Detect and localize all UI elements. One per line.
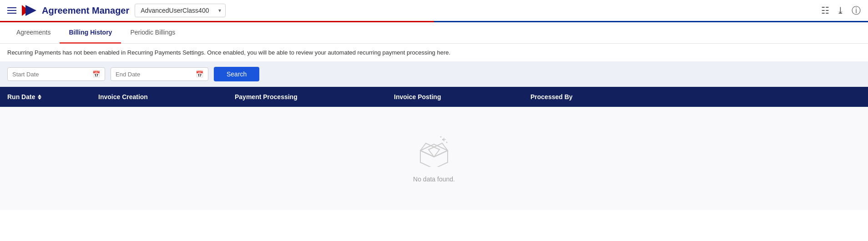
download-icon[interactable]: ⤓ (837, 5, 844, 16)
start-date-calendar-icon: 📅 (92, 70, 100, 78)
th-payment-processing: Payment Processing (227, 87, 387, 107)
header-right: ☷ ⤓ ⓘ (821, 5, 861, 17)
tab-navigation: Agreements Billing History Periodic Bill… (0, 22, 868, 44)
search-button[interactable]: Search (214, 67, 259, 81)
app-header: Agreement Manager AdvancedUserClass400 ▾… (0, 0, 868, 22)
app-logo (22, 5, 36, 16)
empty-state: No data found. (0, 107, 868, 210)
tab-periodic-billings[interactable]: Periodic Billings (121, 22, 184, 44)
table-header-row: Run Date Invoice Creation Payment Proces… (0, 87, 868, 107)
end-date-wrapper: 📅 (111, 67, 208, 81)
svg-point-3 (446, 142, 448, 143)
start-date-wrapper: 📅 (7, 67, 105, 81)
tab-agreements[interactable]: Agreements (7, 22, 60, 44)
recurring-payments-notice: Recurring Payments has not been enabled … (0, 44, 868, 61)
empty-box-icon (416, 134, 452, 168)
app-title: Agreement Manager (42, 5, 129, 16)
run-date-sort-icon (38, 95, 41, 100)
end-date-calendar-icon: 📅 (196, 70, 203, 78)
empty-state-text: No data found. (413, 176, 455, 183)
th-run-date[interactable]: Run Date (0, 87, 91, 107)
filter-bar: 📅 📅 Search (0, 61, 868, 87)
svg-point-4 (440, 136, 442, 138)
tenant-select[interactable]: AdvancedUserClass400 (135, 4, 226, 17)
hamburger-menu[interactable] (7, 7, 16, 14)
billing-history-table: Run Date Invoice Creation Payment Proces… (0, 87, 868, 210)
th-processed-by: Processed By (523, 87, 868, 107)
svg-marker-1 (25, 5, 36, 16)
user-icon[interactable]: ☷ (821, 5, 829, 16)
start-date-input[interactable] (12, 71, 89, 78)
end-date-input[interactable] (116, 71, 192, 78)
tab-billing-history[interactable]: Billing History (60, 22, 121, 44)
help-icon[interactable]: ⓘ (852, 5, 861, 17)
tenant-dropdown-wrapper: AdvancedUserClass400 ▾ (135, 4, 226, 17)
th-invoice-creation: Invoice Creation (91, 87, 227, 107)
header-left: Agreement Manager AdvancedUserClass400 ▾ (7, 4, 226, 17)
th-invoice-posting: Invoice Posting (387, 87, 523, 107)
